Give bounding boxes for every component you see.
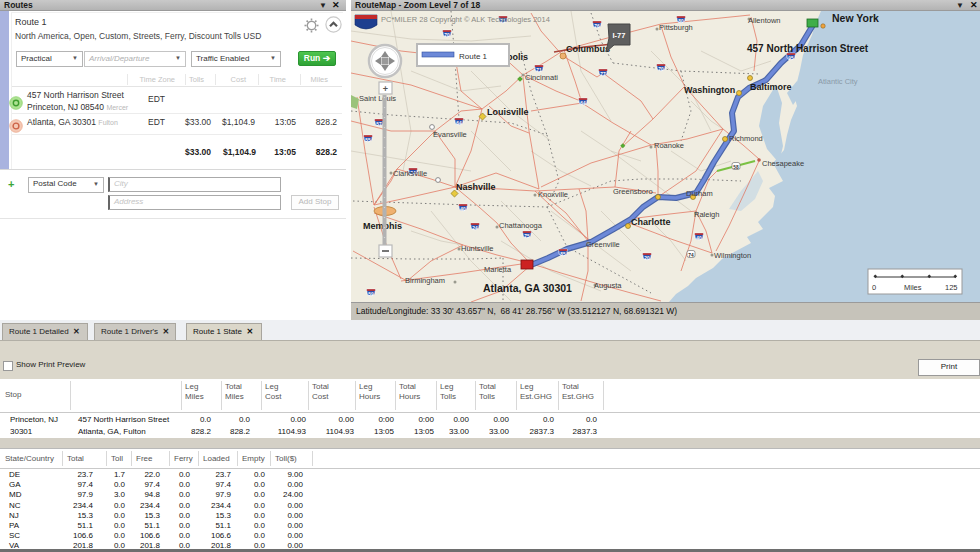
svg-text:Louisville: Louisville <box>487 107 529 117</box>
svg-text:+: + <box>383 84 388 94</box>
svg-text:75: 75 <box>524 234 530 239</box>
svg-text:Raleigh: Raleigh <box>694 210 719 219</box>
svg-text:Wilmington: Wilmington <box>714 251 751 260</box>
svg-text:Clarksville: Clarksville <box>393 169 427 178</box>
svg-text:I-77: I-77 <box>613 31 626 40</box>
svg-text:74: 74 <box>688 253 694 258</box>
svg-text:76: 76 <box>594 24 600 29</box>
svg-text:77: 77 <box>600 72 606 77</box>
svg-text:20: 20 <box>644 256 650 261</box>
svg-text:Washington: Washington <box>684 85 735 95</box>
svg-text:Durham: Durham <box>686 189 713 198</box>
svg-text:Augusta: Augusta <box>594 281 622 290</box>
svg-text:70: 70 <box>658 67 664 72</box>
svg-text:Huntsville: Huntsville <box>461 244 494 253</box>
svg-text:Marietta: Marietta <box>484 265 512 274</box>
svg-text:Charlotte: Charlotte <box>631 217 671 227</box>
svg-text:Columbus: Columbus <box>566 44 610 54</box>
svg-text:40: 40 <box>696 236 702 241</box>
svg-text:Chesapeake: Chesapeake <box>762 159 804 168</box>
svg-text:64: 64 <box>580 101 586 106</box>
svg-text:Evansville: Evansville <box>433 130 467 139</box>
svg-text:64: 64 <box>456 121 462 126</box>
svg-text:Baltimore: Baltimore <box>750 82 792 92</box>
svg-text:Chattanooga: Chattanooga <box>499 221 543 230</box>
svg-text:70: 70 <box>444 33 450 38</box>
svg-text:Miles: Miles <box>904 283 922 292</box>
svg-text:24: 24 <box>472 226 478 231</box>
svg-text:0: 0 <box>872 283 876 292</box>
svg-text:Greenville: Greenville <box>586 240 620 249</box>
svg-text:Saint Louis: Saint Louis <box>359 94 396 103</box>
svg-text:55: 55 <box>365 138 371 143</box>
svg-text:57: 57 <box>376 122 382 127</box>
svg-text:125: 125 <box>945 283 958 292</box>
svg-text:Route 1: Route 1 <box>459 52 488 61</box>
svg-text:59: 59 <box>368 292 374 297</box>
svg-text:New York: New York <box>832 12 879 24</box>
svg-text:Knoxville: Knoxville <box>538 190 568 199</box>
svg-text:Atlanta, GA 30301: Atlanta, GA 30301 <box>483 282 572 294</box>
svg-text:PC*MILER 28 Copyright © ALK Te: PC*MILER 28 Copyright © ALK Technologies… <box>381 15 550 24</box>
svg-text:95: 95 <box>788 56 794 61</box>
svg-text:Cincinnati: Cincinnati <box>525 73 558 82</box>
svg-text:Atlantic City: Atlantic City <box>818 77 858 86</box>
svg-text:Pittsburgh: Pittsburgh <box>659 23 693 32</box>
svg-text:Roanoke: Roanoke <box>654 141 684 150</box>
svg-text:Birmingham: Birmingham <box>405 276 445 285</box>
svg-text:457 North Harrison Street: 457 North Harrison Street <box>747 43 869 54</box>
svg-text:Greensboro: Greensboro <box>613 187 653 196</box>
svg-text:polis: polis <box>507 52 528 62</box>
svg-text:Nashville: Nashville <box>456 182 496 192</box>
svg-text:Richmond: Richmond <box>729 134 763 143</box>
svg-text:40: 40 <box>460 207 466 212</box>
svg-text:85: 85 <box>560 252 566 257</box>
svg-text:58: 58 <box>733 165 739 170</box>
svg-text:Allentown: Allentown <box>748 16 781 25</box>
